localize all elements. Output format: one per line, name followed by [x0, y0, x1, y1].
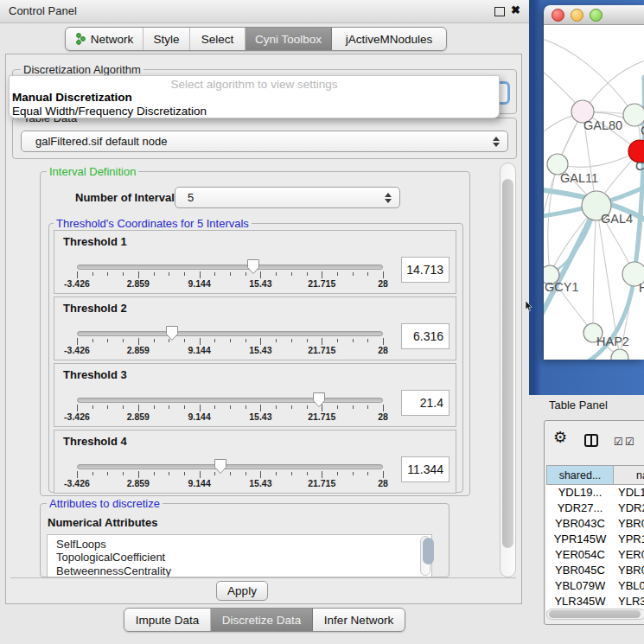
- network-node[interactable]: [611, 349, 628, 360]
- slider-tick: [230, 339, 231, 342]
- slider-tick: [169, 472, 169, 475]
- tab-impute-data[interactable]: Impute Data: [124, 609, 211, 631]
- slider-tick-label: 21.715: [308, 411, 335, 422]
- table-row[interactable]: YBL079WYBL0: [546, 578, 644, 594]
- slider-tick: [307, 472, 308, 475]
- table-row[interactable]: YBR043CYBR0: [546, 516, 644, 532]
- cell-shared-name: YER054C: [546, 548, 614, 561]
- number-of-intervals-combobox[interactable]: 5: [175, 187, 400, 208]
- numerical-attributes-heading: Numerical Attributes: [45, 516, 160, 529]
- slider-tick: [307, 272, 308, 276]
- slider-tick: [367, 339, 368, 342]
- network-node-label: HAP2: [596, 335, 629, 348]
- slider-tick: [107, 472, 108, 475]
- threshold-slider-thumb[interactable]: [312, 392, 326, 408]
- threshold-value-field[interactable]: 21.4: [401, 390, 450, 416]
- threshold-slider-track[interactable]: [77, 464, 383, 469]
- slider-tick: [138, 405, 139, 411]
- minimize-traffic-light-icon[interactable]: [571, 9, 583, 22]
- table-row[interactable]: YPR145WYPR1: [546, 532, 644, 547]
- network-window-titlebar: [544, 5, 644, 25]
- cell-shared-name: YBL079W: [546, 579, 614, 592]
- tab-style[interactable]: Style: [143, 28, 190, 50]
- threshold-slider-thumb[interactable]: [214, 458, 227, 475]
- threshold-slider-track[interactable]: [77, 265, 383, 270]
- split-columns-icon[interactable]: [584, 434, 598, 447]
- attributes-list-scrollbar[interactable]: [420, 536, 430, 576]
- numerical-attribute-item[interactable]: SelfLoops: [48, 538, 431, 551]
- slider-tick: [245, 472, 246, 475]
- slider-tick: [138, 271, 139, 278]
- slider-tick: [367, 272, 368, 276]
- slider-tick: [260, 271, 261, 278]
- slider-tick: [123, 405, 124, 409]
- close-traffic-light-icon[interactable]: [552, 9, 564, 22]
- table-data-combobox[interactable]: galFiltered.sif default node: [21, 131, 508, 152]
- window-title: Control Panel: [9, 4, 77, 17]
- cell-name: YBL0: [618, 579, 644, 592]
- threshold-slider-track[interactable]: [77, 398, 383, 403]
- gear-icon[interactable]: ⚙: [553, 428, 567, 447]
- tab-discretize-data[interactable]: Discretize Data: [211, 609, 313, 631]
- zoom-traffic-light-icon[interactable]: [590, 9, 603, 22]
- slider-tick-label: 9.144: [188, 345, 210, 355]
- slider-tick: [107, 339, 108, 342]
- numerical-attribute-item[interactable]: TopologicalCoefficient: [48, 551, 431, 564]
- slider-tick: [92, 405, 93, 409]
- tab-infer-network[interactable]: Infer Network: [313, 609, 405, 631]
- slider-tick: [184, 272, 185, 276]
- table-row[interactable]: YDL19...YDL1: [546, 485, 644, 501]
- slider-tick: [367, 405, 368, 409]
- panel-scrollbar[interactable]: [500, 163, 516, 577]
- cell-shared-name: YDL19...: [546, 486, 614, 499]
- network-canvas[interactable]: GAL80GCGAL11GAL4GCY1HHAP2: [544, 25, 644, 360]
- threshold-value-field[interactable]: 11.344: [401, 456, 450, 482]
- tab-network[interactable]: Network: [66, 28, 143, 50]
- slider-tick-label: 21.715: [308, 345, 335, 355]
- slider-tick: [107, 405, 108, 409]
- tab-select[interactable]: Select: [190, 28, 245, 50]
- threshold-value-field[interactable]: 6.316: [401, 323, 450, 349]
- tab-cyni-toolbox[interactable]: Cyni Toolbox: [245, 28, 332, 50]
- algorithm-option-manual[interactable]: Manual Discretization: [10, 91, 499, 105]
- threshold-slider-thumb[interactable]: [246, 258, 260, 275]
- table-row[interactable]: YDR27...YDR2: [546, 501, 644, 516]
- top-tab-bar: Network Style Select Cyni Toolbox jActiv…: [65, 27, 447, 51]
- column-header-shared-name[interactable]: shared...: [546, 465, 614, 485]
- threshold-value-field[interactable]: 14.713: [401, 257, 450, 283]
- slider-tick: [337, 339, 338, 342]
- table-horizontal-scrollbar-thumb[interactable]: [549, 610, 641, 618]
- slider-tick: [322, 271, 322, 278]
- table-row[interactable]: YER054CYER0: [546, 547, 644, 563]
- tab-discretize-data-label: Discretize Data: [222, 614, 302, 627]
- threshold-box: Threshold 411.344-3.4262.8599.14415.4321…: [54, 430, 456, 494]
- number-of-intervals-label: Number of Intervals: [73, 191, 183, 204]
- table-horizontal-scrollbar[interactable]: [546, 609, 644, 620]
- panel-scrollbar-thumb[interactable]: [502, 179, 513, 548]
- slider-tick: [123, 472, 124, 475]
- column-header-name[interactable]: na: [613, 465, 644, 485]
- checkbox-checked-icon[interactable]: ☑: [614, 436, 623, 448]
- cell-name: YBR0: [618, 564, 644, 577]
- threshold-slider-track[interactable]: [77, 331, 383, 336]
- slider-tick: [123, 339, 124, 342]
- slider-tick: [154, 405, 155, 409]
- numerical-attribute-item[interactable]: BetweennessCentrality: [48, 564, 431, 577]
- algorithm-option-equal-width[interactable]: Equal Width/Frequency Discretization: [10, 105, 499, 118]
- close-icon[interactable]: ✖: [511, 3, 520, 16]
- table-row[interactable]: YBR045CYBR0: [546, 563, 644, 578]
- control-panel-titlebar: Control Panel ✖: [0, 0, 529, 23]
- threshold-slider-thumb[interactable]: [165, 325, 179, 341]
- table-row[interactable]: YLR345WYLR3: [546, 594, 644, 609]
- attributes-list-scrollbar-thumb[interactable]: [423, 538, 434, 564]
- tab-jactivemnodules[interactable]: jActiveMNodules: [332, 28, 446, 50]
- slider-tick: [230, 405, 231, 409]
- slider-tick: [77, 405, 78, 411]
- slider-tick-label: 21.715: [308, 278, 335, 289]
- slider-tick: [245, 405, 246, 409]
- combo-stepper-icon: [493, 137, 500, 147]
- slider-tick: [92, 272, 93, 276]
- checkbox-checked-icon[interactable]: ☑: [625, 436, 634, 448]
- apply-button[interactable]: Apply: [216, 581, 268, 601]
- float-window-icon[interactable]: [494, 7, 505, 16]
